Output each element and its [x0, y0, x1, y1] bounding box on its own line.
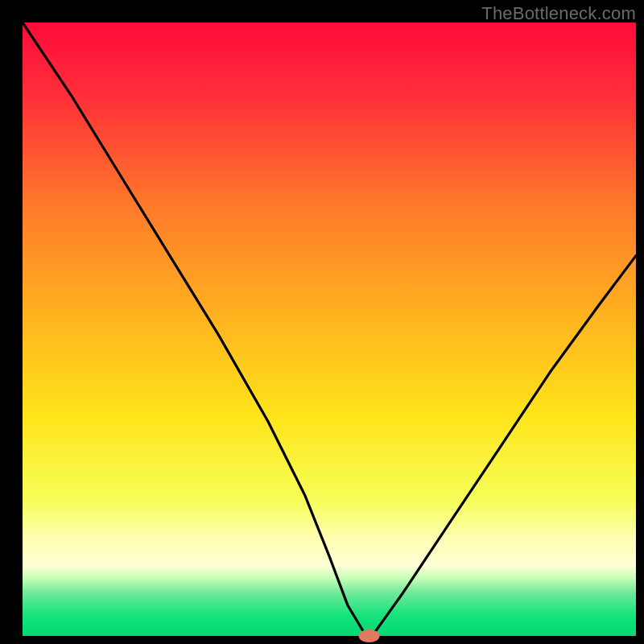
- chart-stage: TheBottleneck.com: [0, 0, 644, 644]
- bottleneck-chart: [0, 0, 644, 644]
- plot-background: [23, 23, 636, 636]
- minimum-marker: [359, 630, 380, 642]
